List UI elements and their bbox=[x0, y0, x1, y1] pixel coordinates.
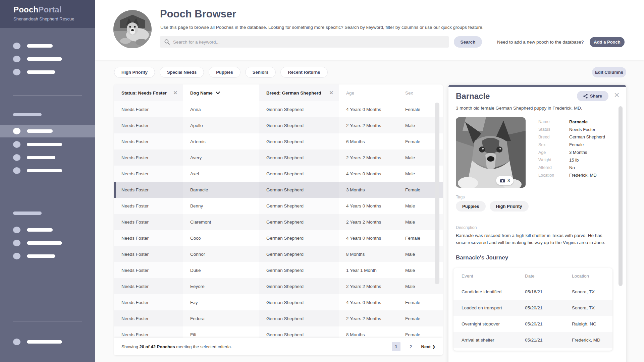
close-panel-icon[interactable]: ✕ bbox=[614, 92, 620, 99]
sidebar-section-label bbox=[0, 108, 95, 121]
add-pooch-button[interactable]: Add a Pooch bbox=[590, 37, 625, 47]
description-label: Description bbox=[456, 225, 477, 230]
dog-name-cell: Avery bbox=[183, 149, 259, 166]
sidebar-item[interactable] bbox=[0, 237, 95, 249]
attribute-label: Weight bbox=[538, 158, 569, 162]
sidebar-item[interactable] bbox=[0, 40, 95, 52]
column-header-age[interactable]: Age bbox=[339, 84, 398, 101]
breed-cell: German Shepherd bbox=[259, 133, 339, 149]
photo-count-badge[interactable]: 3 bbox=[496, 176, 514, 185]
sidebar-item[interactable] bbox=[0, 336, 95, 348]
next-page-button[interactable]: Next❯ bbox=[421, 344, 435, 349]
table-row-coco[interactable]: Needs FosterCocoGerman Shepherd4 Years 0… bbox=[114, 230, 443, 246]
status-cell: Needs Foster bbox=[114, 166, 183, 182]
journey-location-cell: Sonora, TX bbox=[572, 289, 612, 294]
status-cell: Needs Foster bbox=[114, 133, 183, 149]
table-row-eeyore[interactable]: Needs FosterEeyoreGerman Shepherd2 Years… bbox=[114, 278, 443, 294]
column-header-breed-filter[interactable]: Breed: German Shepherd ✕ bbox=[259, 84, 339, 101]
next-chevron-icon: ❯ bbox=[432, 345, 435, 349]
nav-icon-placeholder bbox=[13, 56, 20, 62]
table-row-avery[interactable]: Needs FosterAveryGerman Shepherd2 Years … bbox=[114, 149, 443, 166]
table-row-anna[interactable]: Needs FosterAnnaGerman Shepherd4 Years 0… bbox=[114, 101, 443, 117]
sidebar-item[interactable] bbox=[0, 151, 95, 164]
age-cell: 6 Months bbox=[339, 133, 398, 149]
status-cell: Needs Foster bbox=[114, 246, 183, 262]
table-row-artemis[interactable]: Needs FosterArtemisGerman Shepherd6 Mont… bbox=[114, 133, 443, 149]
page-description: Use this page to browse all Pooches in t… bbox=[160, 25, 484, 30]
table-row-claremont[interactable]: Needs FosterClaremontGerman Shepherd2 Ye… bbox=[114, 214, 443, 230]
sidebar-divider bbox=[13, 194, 82, 194]
remove-breed-filter-icon[interactable]: ✕ bbox=[329, 90, 333, 96]
edit-columns-button[interactable]: Edit Columns bbox=[592, 67, 626, 77]
status-cell: Needs Foster bbox=[114, 101, 183, 117]
column-header-status-filter[interactable]: Status: Needs Foster ✕ bbox=[114, 84, 183, 101]
age-cell: 3 Months bbox=[339, 182, 398, 198]
filter-chip-seniors[interactable]: Seniors bbox=[245, 67, 276, 78]
journey-event-cell: Overnight stopover bbox=[462, 321, 525, 326]
page-button-1[interactable]: 1 bbox=[392, 342, 400, 351]
search-button[interactable]: Search bbox=[454, 36, 482, 48]
attribute-value: Barnacle bbox=[569, 119, 588, 124]
table-scrollbar[interactable] bbox=[435, 103, 439, 284]
results-summary: Showing 20 of 42 Pooches meeting the sel… bbox=[121, 344, 232, 349]
journey-body: Candidate identified05/16/21Sonora, TXLo… bbox=[453, 284, 612, 348]
table-row-fedora[interactable]: Needs FosterFedoraGerman Shepherd2 Years… bbox=[114, 310, 443, 326]
remove-status-filter-icon[interactable]: ✕ bbox=[173, 90, 177, 96]
attribute-label: Age bbox=[538, 150, 569, 155]
search-bar[interactable] bbox=[160, 36, 449, 48]
panel-scrollbar[interactable] bbox=[619, 106, 623, 286]
column-header-sex[interactable]: Sex bbox=[398, 84, 443, 101]
sidebar-item[interactable] bbox=[0, 250, 95, 262]
sidebar-divider bbox=[13, 321, 82, 321]
tag-chip-puppies[interactable]: Puppies bbox=[456, 201, 486, 212]
dog-photo[interactable] bbox=[456, 117, 526, 188]
sort-descending-icon[interactable] bbox=[216, 92, 220, 95]
attribute-label: Name bbox=[538, 119, 569, 124]
age-cell: 8 Months bbox=[339, 246, 398, 262]
filter-chip-high-priority[interactable]: High Priority bbox=[114, 67, 155, 78]
nav-icon-placeholder bbox=[13, 43, 20, 49]
sidebar-item[interactable] bbox=[0, 138, 95, 151]
nav-label-placeholder bbox=[27, 340, 62, 344]
search-input[interactable] bbox=[173, 40, 435, 45]
table-row-axel[interactable]: Needs FosterAxelGerman Shepherd4 Years 0… bbox=[114, 166, 443, 182]
age-cell: 4 Years 0 Months bbox=[339, 198, 398, 214]
sidebar-item[interactable] bbox=[0, 53, 95, 65]
table-row-fay[interactable]: Needs FosterFayGerman Shepherd4 Years 0 … bbox=[114, 294, 443, 310]
journey-column-location: Location bbox=[572, 274, 612, 279]
page-button-2[interactable]: 2 bbox=[407, 342, 415, 351]
page-title: Pooch Browser bbox=[160, 8, 236, 20]
table-row-connor[interactable]: Needs FosterConnorGerman Shepherd8 Month… bbox=[114, 246, 443, 262]
breed-cell: German Shepherd bbox=[259, 278, 339, 294]
detail-subtitle: 3 month old female German Shepherd puppy… bbox=[456, 106, 582, 111]
nav-label-placeholder bbox=[27, 70, 55, 74]
table-row-duke[interactable]: Needs FosterDukeGerman Shepherd1 Year 1 … bbox=[114, 262, 443, 278]
sidebar-item[interactable] bbox=[0, 224, 95, 236]
age-cell: 2 Years 2 Months bbox=[339, 117, 398, 133]
status-cell: Needs Foster bbox=[114, 214, 183, 230]
sidebar-item[interactable] bbox=[0, 66, 95, 78]
attribute-label: Altered bbox=[538, 165, 569, 170]
journey-event-cell: Loaded on transport bbox=[462, 305, 525, 310]
tag-chip-high-priority[interactable]: High Priority bbox=[490, 201, 529, 212]
filter-chip-recent-returns[interactable]: Recent Returns bbox=[280, 67, 327, 78]
status-cell: Needs Foster bbox=[114, 294, 183, 310]
filter-chip-puppies[interactable]: Puppies bbox=[209, 67, 240, 78]
filter-chip-special-needs[interactable]: Special Needs bbox=[160, 67, 204, 78]
journey-row: Loaded on transport05/20/21Sonora, TX bbox=[453, 300, 612, 316]
table-row-barnacle[interactable]: Needs FosterBarnacleGerman Shepherd3 Mon… bbox=[114, 182, 443, 198]
brand-logo[interactable]: PoochPortal bbox=[13, 5, 95, 14]
status-cell: Needs Foster bbox=[114, 198, 183, 214]
next-label: Next bbox=[421, 344, 431, 349]
sidebar-item[interactable] bbox=[0, 164, 95, 177]
table-row-apollo[interactable]: Needs FosterApolloGerman Shepherd2 Years… bbox=[114, 117, 443, 133]
page-header: Pooch Browser Use this page to browse al… bbox=[95, 0, 644, 60]
column-header-dog-name[interactable]: Dog Name bbox=[183, 84, 259, 101]
sidebar-item-active[interactable] bbox=[0, 125, 95, 137]
table-row-benny[interactable]: Needs FosterBennyGerman Shepherd4 Years … bbox=[114, 198, 443, 214]
share-button[interactable]: Share bbox=[577, 91, 608, 101]
age-cell: 1 Year 1 Month bbox=[339, 262, 398, 278]
journey-date-cell: 05/16/21 bbox=[525, 289, 572, 294]
attribute-value: Frederick, MD bbox=[569, 173, 597, 178]
journey-row: Arrival at shelter05/21/21Frederick, MD bbox=[453, 332, 612, 348]
